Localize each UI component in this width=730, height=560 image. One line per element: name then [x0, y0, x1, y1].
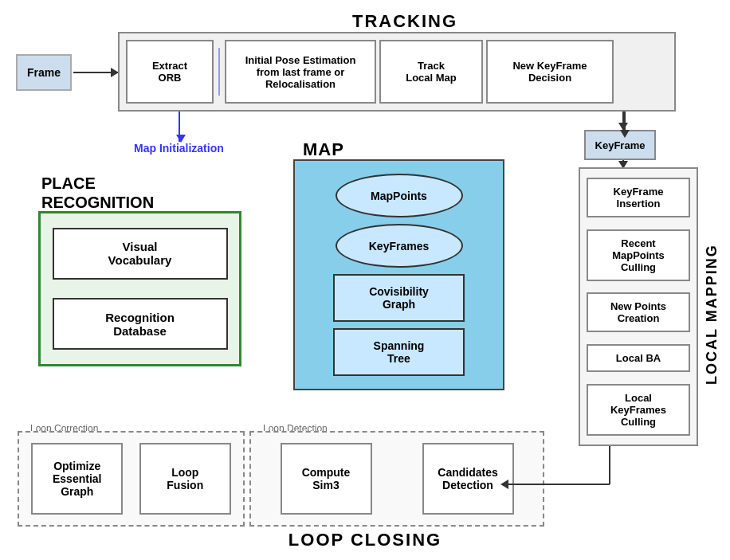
keyframes-oval: KeyFrames: [336, 224, 463, 268]
local-kf-culling-box: LocalKeyFramesCulling: [587, 384, 690, 436]
map-init-arrow: [179, 112, 180, 142]
track-local-map-box: TrackLocal Map: [379, 40, 483, 104]
covisibility-graph-box: CovisibilityGraph: [333, 274, 465, 322]
map-init-label: Map Initialization: [134, 142, 224, 155]
candidates-detection-box: CandidatesDetection: [422, 443, 514, 515]
map-title: MAP: [303, 139, 344, 160]
tracking-separator: [218, 48, 220, 96]
place-recognition-title: PLACERECOGNITION: [41, 174, 201, 212]
initial-pose-box: Initial Pose Estimationfrom last frame o…: [225, 40, 376, 104]
map-container: MapPoints KeyFrames CovisibilityGraph Sp…: [293, 159, 504, 390]
visual-vocabulary-box: VisualVocabulary: [53, 228, 228, 280]
new-keyframe-box: New KeyFrameDecision: [486, 40, 614, 104]
new-points-creation-box: New PointsCreation: [587, 292, 690, 332]
optimize-essential-graph-box: OptimizeEssentialGraph: [31, 443, 123, 515]
arrow-frame-to-tracking: [73, 72, 118, 73]
loop-fusion-box: LoopFusion: [139, 443, 231, 515]
arrow-tracking-to-keyframe: [622, 112, 624, 130]
recognition-database-box: RecognitionDatabase: [53, 298, 228, 350]
spanning-tree-box: SpanningTree: [333, 328, 465, 376]
tracking-title: TRACKING: [120, 11, 690, 32]
loop-closing-title: LOOP CLOSING: [0, 530, 730, 550]
extract-orb-box: ExtractORB: [126, 40, 214, 104]
local-mapping-container: KeyFrameInsertion RecentMapPointsCulling…: [579, 167, 698, 446]
diagram: TRACKING Frame ExtractORB Initial Pose E…: [0, 0, 730, 560]
mappoints-oval: MapPoints: [336, 174, 463, 217]
local-ba-box: Local BA: [587, 344, 690, 372]
kf-insertion-box: KeyFrameInsertion: [587, 178, 690, 217]
place-recognition-container: VisualVocabulary RecognitionDatabase: [38, 211, 241, 366]
loop-detection-container: ComputeSim3 CandidatesDetection: [249, 431, 544, 527]
tracking-container: ExtractORB Initial Pose Estimationfrom l…: [118, 32, 676, 112]
recent-mp-culling-box: RecentMapPointsCulling: [587, 229, 690, 281]
keyframe-box: KeyFrame: [584, 130, 656, 160]
compute-sim3-box: ComputeSim3: [281, 443, 372, 515]
frame-box: Frame: [16, 54, 72, 91]
loop-correction-container: OptimizeEssentialGraph LoopFusion: [18, 431, 245, 527]
local-mapping-label: LOCAL MAPPING: [704, 179, 720, 450]
